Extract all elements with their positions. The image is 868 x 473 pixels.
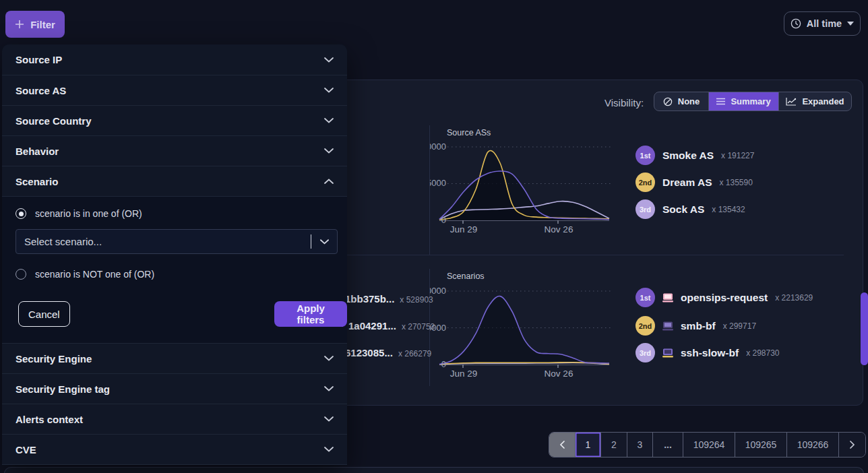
rank-item: 2nd smb-bf x 299717 [636, 316, 756, 336]
filter-section-behavior[interactable]: Behavior [2, 136, 347, 166]
filter-section-security-engine-tag[interactable]: Security Engine tag [2, 374, 347, 404]
visibility-label: Visibility: [604, 97, 644, 108]
filter-section-cve[interactable]: CVE [2, 435, 347, 465]
pagination-next-button[interactable] [838, 433, 865, 457]
scenario-section-body: scenario is in one of (OR) Select scenar… [2, 197, 347, 344]
clock-icon [790, 18, 801, 29]
filter-dropdown-panel: Source IP Source AS Source Country Behav… [2, 44, 347, 465]
section-label: Source Country [16, 115, 92, 127]
chevron-left-icon [559, 441, 565, 449]
ban-icon [663, 97, 673, 106]
filter-section-source-ip[interactable]: Source IP [2, 44, 347, 75]
rank-count: x 135590 [720, 178, 753, 187]
computer-icon [662, 293, 673, 303]
filter-section-source-as[interactable]: Source AS [2, 75, 347, 106]
section-label: Scenario [16, 176, 58, 187]
plus-icon [15, 20, 24, 29]
cancel-button[interactable]: Cancel [18, 301, 70, 327]
x-tick-label: Nov 26 [545, 369, 574, 379]
filter-button[interactable]: Filter [5, 11, 65, 38]
visibility-option-label: Expanded [802, 96, 844, 106]
chevron-down-icon [324, 386, 334, 391]
pagination: 1 2 3 ... 109264 109265 109266 [549, 432, 866, 458]
rank-badge-3rd: 3rd [636, 199, 655, 219]
pagination-page-3[interactable]: 3 [627, 433, 652, 457]
value-name: 6123085... [345, 347, 393, 358]
value-name: 1bb375b... [345, 293, 394, 305]
rank-badge-1st: 1st [636, 288, 655, 307]
rank-item: 3rd ssh-slow-bf x 298730 [636, 343, 780, 362]
y-tick-label: 0 [430, 359, 446, 369]
chart-title: Scenarios [447, 272, 485, 281]
filter-section-scenario[interactable]: Scenario [2, 166, 347, 197]
pagination-page-109264[interactable]: 109264 [683, 433, 735, 457]
apply-filters-button[interactable]: Apply filters [274, 301, 347, 327]
scenario-select[interactable]: Select scenario... [16, 229, 338, 254]
y-tick-label: 5000 [430, 178, 446, 188]
chevron-down-icon [324, 416, 334, 422]
rank-count: x 135432 [712, 205, 745, 214]
pagination-page-1[interactable]: 1 [575, 433, 600, 457]
section-label: Source AS [16, 85, 66, 96]
list-item: 1a04291... x 270753 [348, 320, 435, 332]
pagination-page-2[interactable]: 2 [600, 433, 627, 457]
value-count: x 266279 [398, 349, 431, 358]
chevron-up-icon [324, 179, 334, 184]
pagination-prev-button[interactable] [549, 433, 575, 457]
next-section-card [4, 467, 864, 473]
chevron-down-icon [324, 57, 334, 63]
rank-count: x 299717 [723, 321, 756, 331]
rank-item: 3rd Sock AS x 135432 [636, 199, 745, 219]
rank-badge-1st: 1st [636, 146, 655, 165]
visibility-option-label: Summary [731, 96, 770, 106]
text-cursor [311, 234, 311, 249]
time-range-label: All time [807, 18, 842, 29]
rank-badge-2nd: 2nd [636, 316, 655, 336]
select-placeholder: Select scenario... [24, 236, 311, 247]
visibility-toggle-group: None Summary Expanded [654, 92, 852, 111]
section-label: Behavior [16, 146, 59, 157]
section-label: Alerts context [16, 414, 83, 425]
radio-unselected-icon [16, 269, 26, 280]
rank-count: x 298730 [746, 348, 779, 358]
value-name: 1a04291... [348, 320, 396, 332]
chevron-down-icon [324, 88, 334, 93]
chevron-down-icon [324, 356, 334, 361]
rank-count: x 2213629 [775, 293, 813, 303]
value-count: x 270753 [402, 322, 435, 332]
section-label: CVE [16, 444, 36, 455]
chevron-down-icon [324, 118, 334, 123]
caret-down-icon [847, 22, 854, 26]
visibility-option-label: None [678, 96, 700, 106]
radio-scenario-in[interactable]: scenario is in one of (OR) [16, 208, 142, 219]
list-item: 6123085... x 266279 [345, 347, 431, 358]
pagination-page-109265[interactable]: 109265 [735, 433, 786, 457]
list-item: 1bb375b... x 528903 [345, 293, 433, 305]
filter-section-source-country[interactable]: Source Country [2, 106, 347, 136]
y-tick-label: 0 [430, 215, 446, 225]
section-label: Source IP [16, 54, 62, 65]
rank-name: smb-bf [681, 320, 716, 332]
line-chart [437, 135, 615, 237]
rank-item: 1st Smoke AS x 191227 [636, 146, 754, 165]
chevron-down-icon [324, 148, 334, 154]
time-range-button[interactable]: All time [784, 11, 861, 36]
radio-label: scenario is in one of (OR) [35, 208, 142, 219]
scrollbar-thumb[interactable] [861, 292, 868, 365]
visibility-option-expanded[interactable]: Expanded [778, 92, 851, 111]
visibility-option-none[interactable]: None [654, 92, 708, 111]
radio-scenario-not[interactable]: scenario is NOT one of (OR) [16, 269, 154, 280]
section-label: Security Engine [16, 353, 92, 365]
filter-section-security-engine[interactable]: Security Engine [2, 344, 347, 374]
rank-name: ssh-slow-bf [681, 347, 739, 359]
pagination-page-109266[interactable]: 109266 [786, 433, 838, 457]
visibility-option-summary[interactable]: Summary [708, 92, 778, 111]
list-icon [716, 98, 725, 105]
chevron-down-icon [320, 239, 329, 245]
chevron-down-icon [324, 447, 334, 452]
value-count: x 528903 [400, 295, 433, 305]
line-chart [437, 286, 615, 381]
pagination-ellipsis[interactable]: ... [652, 433, 683, 457]
rank-name: Dream AS [662, 177, 712, 189]
filter-section-alerts-context[interactable]: Alerts context [2, 404, 347, 435]
